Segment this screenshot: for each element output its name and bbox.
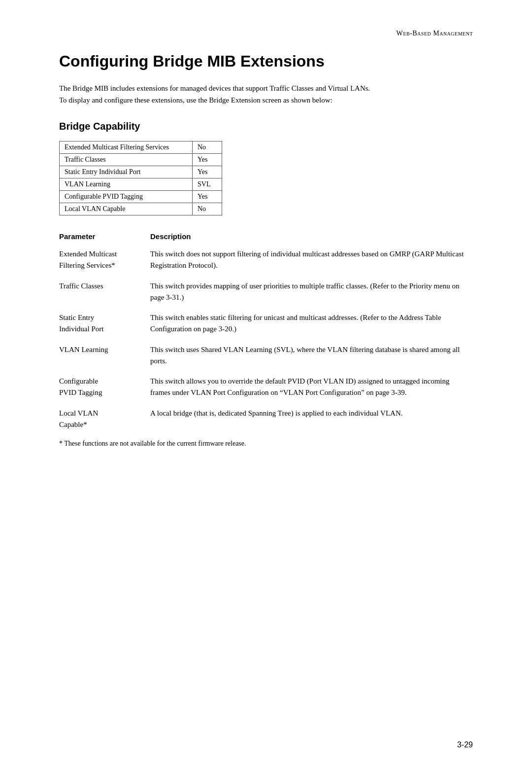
capability-table-row: VLAN LearningSVL: [60, 178, 222, 191]
param-name: VLAN Learning: [59, 340, 150, 372]
page-title: Configuring Bridge MIB Extensions: [59, 52, 473, 70]
capability-param: Traffic Classes: [60, 154, 193, 166]
capability-table-row: Traffic ClassesYes: [60, 154, 222, 166]
capability-table-row: Static Entry Individual PortYes: [60, 166, 222, 178]
params-col1-header: Parameter: [59, 230, 150, 245]
capability-param: VLAN Learning: [60, 178, 193, 191]
params-table-row: Traffic ClassesThis switch provides mapp…: [59, 277, 473, 309]
header-label: Web-Based Management: [397, 30, 473, 37]
params-col2-header: Description: [150, 230, 473, 245]
params-table-row: Extended MulticastFiltering Services*Thi…: [59, 245, 473, 277]
capability-value: Yes: [193, 191, 222, 203]
page-number: 3-29: [457, 740, 473, 749]
capability-table-row: Extended Multicast Filtering ServicesNo: [60, 141, 222, 154]
params-table: Parameter Description Extended Multicast…: [59, 230, 473, 435]
capability-table-row: Configurable PVID TaggingYes: [60, 191, 222, 203]
intro-text: The Bridge MIB includes extensions for m…: [59, 82, 374, 106]
capability-param: Static Entry Individual Port: [60, 166, 193, 178]
capability-value: SVL: [193, 178, 222, 191]
param-name: Traffic Classes: [59, 277, 150, 309]
param-name: Local VLANCapable*: [59, 404, 150, 436]
capability-table: Extended Multicast Filtering ServicesNoT…: [59, 141, 222, 215]
param-name: ConfigurablePVID Tagging: [59, 372, 150, 404]
param-description: This switch enables static filtering for…: [150, 308, 473, 340]
param-description: A local bridge (that is, dedicated Spann…: [150, 404, 473, 436]
param-description: This switch does not support filtering o…: [150, 245, 473, 277]
capability-param: Configurable PVID Tagging: [60, 191, 193, 203]
params-table-row: Local VLANCapable*A local bridge (that i…: [59, 404, 473, 436]
params-table-row: Static EntryIndividual PortThis switch e…: [59, 308, 473, 340]
param-description: This switch uses Shared VLAN Learning (S…: [150, 340, 473, 372]
capability-param: Local VLAN Capable: [60, 203, 193, 215]
params-table-row: ConfigurablePVID TaggingThis switch allo…: [59, 372, 473, 404]
param-description: This switch provides mapping of user pri…: [150, 277, 473, 309]
capability-table-row: Local VLAN CapableNo: [60, 203, 222, 215]
param-description: This switch allows you to override the d…: [150, 372, 473, 404]
page-header: Web-Based Management: [59, 30, 473, 37]
params-table-row: VLAN LearningThis switch uses Shared VLA…: [59, 340, 473, 372]
capability-value: Yes: [193, 154, 222, 166]
capability-param: Extended Multicast Filtering Services: [60, 141, 193, 154]
capability-value: No: [193, 203, 222, 215]
param-name: Extended MulticastFiltering Services*: [59, 245, 150, 277]
page-container: Web-Based Management Configuring Bridge …: [0, 0, 532, 774]
capability-value: No: [193, 141, 222, 154]
footnote: * These functions are not available for …: [59, 438, 473, 449]
bridge-capability-title: Bridge Capability: [59, 121, 473, 132]
param-name: Static EntryIndividual Port: [59, 308, 150, 340]
capability-value: Yes: [193, 166, 222, 178]
